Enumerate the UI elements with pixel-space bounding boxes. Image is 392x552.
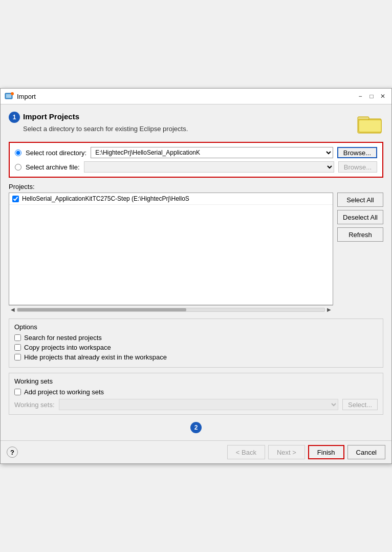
options-title: Options bbox=[14, 323, 378, 331]
root-directory-row: Select root directory: E:\HightecPrj\Hel… bbox=[15, 147, 377, 158]
scroll-right-arrow[interactable]: ▶ bbox=[326, 307, 332, 312]
select-all-button[interactable]: Select All bbox=[337, 193, 383, 207]
working-sets-section: Working sets Add project to working sets… bbox=[9, 373, 383, 415]
restore-button[interactable]: □ bbox=[367, 92, 376, 101]
window-controls: − □ ✕ bbox=[356, 92, 387, 101]
svg-rect-6 bbox=[359, 120, 381, 132]
copy-projects-row: Copy projects into workspace bbox=[14, 344, 378, 351]
search-nested-label: Search for nested projects bbox=[24, 334, 102, 342]
hide-projects-row: Hide projects that already exist in the … bbox=[14, 353, 378, 361]
minimize-button[interactable]: − bbox=[356, 92, 365, 101]
projects-list[interactable]: HelloSerial_ApplicationKitTC275C-Step (E… bbox=[9, 193, 333, 305]
help-button[interactable]: ? bbox=[7, 447, 18, 458]
archive-file-label: Select archive file: bbox=[26, 163, 80, 171]
root-browse-button[interactable]: Browse... bbox=[337, 147, 377, 158]
project-item: HelloSerial_ApplicationKitTC275C-Step (E… bbox=[9, 193, 333, 205]
step1-badge: 1 bbox=[9, 112, 20, 123]
footer-actions: < Back Next > Finish Cancel bbox=[18, 445, 385, 459]
add-working-sets-row: Add project to working sets bbox=[14, 388, 378, 396]
project-label: HelloSerial_ApplicationKitTC275C-Step (E… bbox=[22, 195, 189, 202]
cancel-button[interactable]: Cancel bbox=[347, 445, 385, 459]
deselect-all-button[interactable]: Deselect All bbox=[337, 210, 383, 224]
working-sets-title: Working sets bbox=[14, 377, 378, 385]
refresh-button[interactable]: Refresh bbox=[337, 227, 383, 242]
root-directory-radio[interactable] bbox=[15, 150, 21, 156]
projects-label: Projects: bbox=[9, 183, 383, 190]
search-nested-checkbox[interactable] bbox=[14, 334, 21, 341]
working-sets-row: Working sets: Select... bbox=[14, 399, 378, 410]
horizontal-scrollbar[interactable]: ◀ ▶ bbox=[9, 305, 333, 313]
root-directory-dropdown[interactable]: E:\HightecPrj\HelloSerial_ApplicationK bbox=[91, 147, 333, 158]
copy-projects-checkbox[interactable] bbox=[14, 344, 21, 351]
working-sets-label: Working sets: bbox=[14, 401, 55, 409]
page-header: 1 Import Projects Select a directory to … bbox=[9, 112, 383, 136]
titlebar: i Import − □ ✕ bbox=[1, 89, 391, 104]
archive-browse-button: Browse... bbox=[338, 161, 377, 173]
root-directory-label: Select root directory: bbox=[26, 149, 86, 157]
add-working-sets-checkbox[interactable] bbox=[14, 389, 21, 395]
project-checkbox[interactable] bbox=[12, 196, 19, 202]
copy-projects-label: Copy projects into workspace bbox=[24, 344, 111, 351]
hide-projects-label: Hide projects that already exist in the … bbox=[24, 353, 167, 361]
import-dialog: i Import − □ ✕ 1 Import Projects Select … bbox=[0, 88, 392, 464]
page-description: Select a directory to search for existin… bbox=[23, 125, 188, 133]
main-content: 1 Import Projects Select a directory to … bbox=[1, 104, 391, 440]
svg-rect-5 bbox=[358, 117, 369, 120]
archive-file-dropdown bbox=[84, 161, 334, 173]
hide-projects-checkbox[interactable] bbox=[14, 354, 21, 360]
window-title: Import bbox=[17, 93, 356, 100]
select-working-sets-button: Select... bbox=[342, 399, 378, 410]
add-working-sets-label: Add project to working sets bbox=[24, 388, 104, 396]
svg-text:i: i bbox=[12, 93, 12, 96]
working-sets-dropdown bbox=[59, 399, 339, 410]
step2-badge-row: 2 bbox=[9, 422, 383, 433]
archive-file-row: Select archive file: Browse... bbox=[15, 161, 377, 173]
scroll-track[interactable] bbox=[17, 308, 325, 312]
back-button[interactable]: < Back bbox=[227, 445, 265, 459]
page-header-left: 1 Import Projects Select a directory to … bbox=[9, 112, 188, 133]
window-icon: i bbox=[5, 92, 14, 101]
next-button[interactable]: Next > bbox=[268, 445, 305, 459]
archive-file-radio[interactable] bbox=[15, 164, 21, 171]
folder-icon bbox=[357, 112, 383, 136]
svg-rect-1 bbox=[6, 94, 11, 98]
projects-list-container: HelloSerial_ApplicationKitTC275C-Step (E… bbox=[9, 193, 333, 313]
options-section: Options Search for nested projects Copy … bbox=[9, 319, 383, 368]
directory-section: Select root directory: E:\HightecPrj\Hel… bbox=[9, 142, 383, 178]
projects-buttons: Select All Deselect All Refresh bbox=[337, 193, 383, 313]
projects-area: HelloSerial_ApplicationKitTC275C-Step (E… bbox=[9, 193, 383, 313]
search-nested-row: Search for nested projects bbox=[14, 334, 378, 342]
close-button[interactable]: ✕ bbox=[378, 92, 387, 101]
scroll-left-arrow[interactable]: ◀ bbox=[10, 307, 16, 312]
finish-button[interactable]: Finish bbox=[308, 445, 344, 459]
page-title: Import Projects bbox=[23, 112, 79, 121]
scroll-thumb bbox=[17, 308, 186, 311]
footer: ? < Back Next > Finish Cancel bbox=[1, 440, 391, 463]
step2-badge: 2 bbox=[190, 422, 202, 433]
projects-section: Projects: HelloSerial_ApplicationKitTC27… bbox=[9, 183, 383, 313]
